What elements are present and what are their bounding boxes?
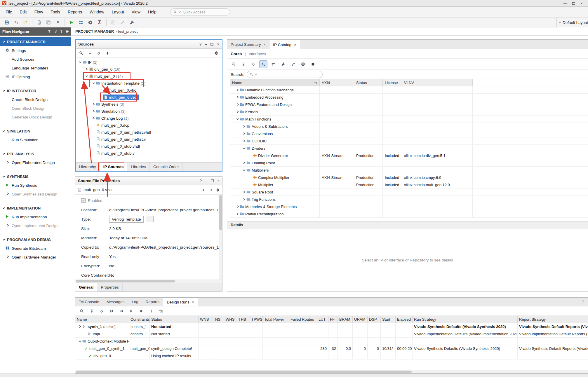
column-header[interactable]: Report Strategy bbox=[518, 316, 588, 323]
tree-item-sim-netlist-v[interactable]: mult_gen_0_sim_netlist.v bbox=[76, 136, 222, 143]
tree-item-stub-v[interactable]: mult_gen_0_stub.v bbox=[76, 150, 222, 157]
run-row-div-gen-0[interactable]: div_gen_0 Using cached IP results bbox=[75, 352, 588, 359]
catalog-row[interactable]: Floating Point bbox=[230, 159, 588, 167]
quick-access-search[interactable]: Quick Access bbox=[170, 8, 230, 15]
gear-icon[interactable] bbox=[216, 188, 220, 192]
default-layout-button[interactable]: Default Layout bbox=[556, 18, 588, 27]
tab-properties[interactable]: Properties bbox=[97, 283, 123, 292]
column-header-axi4[interactable]: AXI4 bbox=[320, 79, 354, 86]
chevron-right-icon[interactable] bbox=[235, 96, 240, 99]
run-row-ooc-group[interactable]: Out-of-Context Module Runs bbox=[75, 338, 588, 345]
collapse-all-icon[interactable] bbox=[48, 30, 51, 33]
chevron-down-icon[interactable] bbox=[235, 118, 240, 121]
sources-panel-header[interactable]: Sources ? – × bbox=[76, 40, 222, 49]
column-header[interactable]: DSP bbox=[368, 316, 381, 323]
chevron-right-icon[interactable] bbox=[235, 88, 240, 91]
percent-icon[interactable]: % bbox=[157, 307, 165, 315]
float-icon[interactable] bbox=[211, 179, 214, 182]
save-icon[interactable] bbox=[2, 18, 11, 27]
close-icon[interactable]: × bbox=[580, 1, 583, 6]
close-icon[interactable]: × bbox=[192, 300, 194, 304]
catalog-row[interactable]: Adders & Subtracters bbox=[230, 123, 588, 130]
column-header[interactable]: LUT bbox=[317, 316, 328, 323]
menu-tools[interactable]: Tools bbox=[47, 7, 64, 17]
reorder-icon[interactable] bbox=[269, 60, 277, 68]
help-icon[interactable]: ? bbox=[199, 42, 201, 46]
add-icon[interactable] bbox=[147, 307, 155, 315]
catalog-row[interactable]: Square Root bbox=[230, 188, 588, 196]
column-header[interactable]: Elapsed bbox=[396, 316, 413, 323]
sidebar-item-run-simulation[interactable]: Run Simulation bbox=[0, 135, 71, 144]
tree-item-simulation[interactable]: Simulation (3) bbox=[76, 108, 222, 115]
column-header[interactable]: Status bbox=[150, 316, 199, 323]
chevron-right-icon[interactable] bbox=[242, 125, 246, 128]
catalog-row[interactable]: FPGA Features and Design bbox=[230, 101, 588, 108]
section-rtl-analysis[interactable]: RTL ANALYSIS bbox=[0, 149, 71, 158]
chevron-right-icon[interactable] bbox=[6, 161, 9, 164]
catalog-row[interactable]: Dynamic Function eXchange bbox=[230, 86, 588, 94]
redo-icon[interactable] bbox=[21, 18, 30, 27]
chevron-down-icon[interactable] bbox=[91, 82, 96, 85]
tab-general[interactable]: General bbox=[75, 283, 97, 292]
gear-icon[interactable] bbox=[213, 50, 220, 57]
menu-window[interactable]: Window bbox=[86, 7, 108, 17]
column-header[interactable]: FF bbox=[328, 316, 338, 323]
group-by-hierarchy-icon[interactable] bbox=[259, 60, 267, 68]
maximize-icon[interactable] bbox=[572, 2, 575, 5]
sidebar-item-settings[interactable]: Settings bbox=[0, 46, 71, 55]
column-header[interactable]: URAM bbox=[353, 316, 368, 323]
chevron-right-icon[interactable] bbox=[242, 132, 246, 135]
tab-ip-catalog[interactable]: IP Catalog × bbox=[269, 40, 300, 49]
catalog-row[interactable]: Conversions bbox=[230, 130, 588, 137]
close-icon[interactable]: × bbox=[294, 43, 296, 47]
tab-tcl-console[interactable]: Tcl Console bbox=[75, 298, 103, 306]
tree-item-stub-vhdl[interactable]: mult_gen_0_stub.vhdl bbox=[76, 143, 222, 150]
chevron-right-icon[interactable] bbox=[6, 255, 9, 258]
chevron-right-icon[interactable] bbox=[91, 103, 96, 106]
sidebar-item-open-hardware-manager[interactable]: Open Hardware Manager bbox=[0, 253, 71, 261]
run-row-synth-1[interactable]: synth_1 (active) constrs_1 Not started V… bbox=[75, 323, 588, 330]
help-icon[interactable]: ? bbox=[582, 298, 588, 306]
sidebar-item-generate-bitstream[interactable]: Generate Bitstream bbox=[0, 244, 71, 253]
type-input[interactable]: Verilog Template bbox=[109, 216, 144, 223]
close-icon[interactable]: × bbox=[217, 179, 220, 183]
column-header[interactable]: Start bbox=[381, 316, 396, 323]
tree-item-ip[interactable]: IP (2) bbox=[76, 59, 222, 66]
gear-icon[interactable] bbox=[65, 30, 69, 33]
section-project-manager[interactable]: PROJECT MANAGER bbox=[0, 37, 71, 46]
minimize-icon[interactable]: – bbox=[205, 42, 207, 46]
catalog-row[interactable]: Embedded Processing bbox=[230, 94, 588, 101]
chevron-down-icon[interactable] bbox=[242, 147, 246, 150]
menu-flow[interactable]: Flow bbox=[31, 7, 47, 17]
section-synthesis[interactable]: SYNTHESIS bbox=[0, 172, 71, 181]
tab-reports[interactable]: Reports bbox=[142, 298, 163, 306]
back-arrow-icon[interactable] bbox=[202, 188, 206, 192]
chevron-right-icon[interactable] bbox=[91, 110, 96, 113]
tree-item-mult-gen-0-dcp[interactable]: mult_gen_0.dcp bbox=[76, 122, 222, 129]
sidebar-item-open-elaborated-design[interactable]: Open Elaborated Design bbox=[0, 158, 71, 167]
catalog-row-multiplier[interactable]: Multiplier Production Included xilinx.co… bbox=[230, 181, 588, 188]
search-icon[interactable] bbox=[229, 60, 238, 68]
tab-hierarchy[interactable]: Hierarchy bbox=[76, 163, 100, 171]
tree-item-mult-gen-0-veo[interactable]: mult_gen_0.veo bbox=[76, 94, 222, 101]
tab-libraries[interactable]: Libraries bbox=[127, 163, 150, 171]
rewind-icon[interactable] bbox=[117, 307, 126, 315]
chevron-right-icon[interactable] bbox=[235, 212, 240, 215]
chevron-down-icon[interactable] bbox=[84, 75, 89, 78]
tab-messages[interactable]: Messages bbox=[103, 298, 128, 306]
section-implementation[interactable]: IMPLEMENTATION bbox=[0, 204, 71, 212]
menu-file[interactable]: File bbox=[2, 7, 16, 17]
column-header[interactable]: WHS bbox=[224, 316, 237, 323]
chevron-down-icon[interactable] bbox=[78, 340, 82, 343]
tree-item-mult-gen-0[interactable]: mult_gen_0 (14) bbox=[76, 73, 222, 80]
tree-item-instantiation-template[interactable]: Instantiation Template (2) bbox=[76, 80, 222, 87]
menu-help[interactable]: Help bbox=[144, 7, 160, 17]
column-header[interactable]: Total Power bbox=[263, 316, 289, 323]
float-icon[interactable] bbox=[211, 43, 213, 46]
menu-edit[interactable]: Edit bbox=[16, 7, 31, 17]
details-header[interactable]: Details bbox=[227, 221, 588, 228]
chevron-right-icon[interactable] bbox=[78, 325, 82, 328]
tree-item-sim-netlist-vhdl[interactable]: mult_gen_0_sim_netlist.vhdl bbox=[76, 129, 222, 136]
forward-arrow-icon[interactable] bbox=[209, 188, 213, 192]
play-icon[interactable] bbox=[127, 307, 135, 315]
